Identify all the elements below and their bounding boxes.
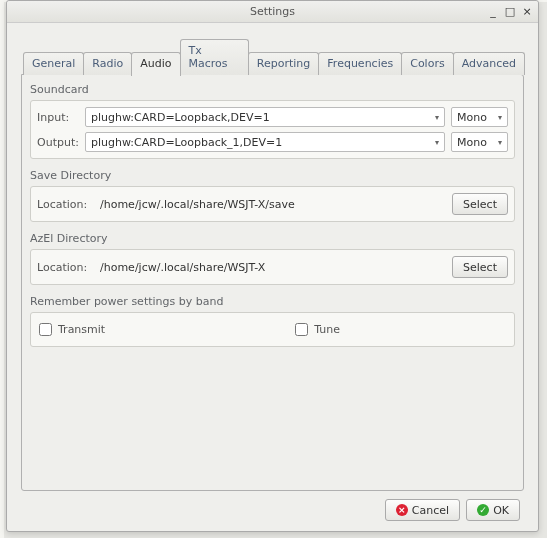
output-channels-value: Mono (457, 136, 487, 149)
soundcard-title: Soundcard (30, 81, 515, 100)
azel-location-label: Location: (37, 261, 89, 274)
audio-panel: Soundcard Input: plughw:CARD=Loopback,DE… (21, 74, 524, 491)
tune-checkbox[interactable] (295, 323, 308, 336)
output-channels-combo[interactable]: Mono ▾ (451, 132, 508, 152)
input-channels-combo[interactable]: Mono ▾ (451, 107, 508, 127)
tab-bar: General Radio Audio Tx Macros Reporting … (23, 37, 524, 75)
tab-frequencies[interactable]: Frequencies (318, 52, 402, 75)
tab-general[interactable]: General (23, 52, 84, 75)
azel-dir-title: AzEl Directory (30, 230, 515, 249)
tune-check[interactable]: Tune (295, 323, 340, 336)
ok-button[interactable]: ✓ OK (466, 499, 520, 521)
transmit-label: Transmit (58, 323, 105, 336)
transmit-checkbox[interactable] (39, 323, 52, 336)
output-device-combo[interactable]: plughw:CARD=Loopback_1,DEV=1 ▾ (85, 132, 445, 152)
tab-txmacros[interactable]: Tx Macros (180, 39, 249, 75)
output-label: Output: (37, 136, 79, 149)
tab-advanced[interactable]: Advanced (453, 52, 525, 75)
chevron-down-icon: ▾ (498, 138, 502, 147)
cancel-button[interactable]: × Cancel (385, 499, 460, 521)
chevron-down-icon: ▾ (435, 138, 439, 147)
power-title: Remember power settings by band (30, 293, 515, 312)
chevron-down-icon: ▾ (498, 113, 502, 122)
save-location-label: Location: (37, 198, 89, 211)
settings-dialog: Settings _ □ × General Radio Audio Tx Ma… (6, 0, 539, 532)
input-device-combo[interactable]: plughw:CARD=Loopback,DEV=1 ▾ (85, 107, 445, 127)
tab-radio[interactable]: Radio (83, 52, 132, 75)
maximize-button[interactable]: □ (503, 6, 517, 17)
tab-reporting[interactable]: Reporting (248, 52, 319, 75)
close-button[interactable]: × (520, 6, 534, 17)
save-dir-title: Save Directory (30, 167, 515, 186)
cancel-icon: × (396, 504, 408, 516)
titlebar: Settings _ □ × (7, 1, 538, 23)
input-label: Input: (37, 111, 79, 124)
window-title: Settings (250, 5, 295, 18)
input-device-value: plughw:CARD=Loopback,DEV=1 (91, 111, 270, 124)
minimize-button[interactable]: _ (486, 6, 500, 17)
tune-label: Tune (314, 323, 340, 336)
tab-colors[interactable]: Colors (401, 52, 453, 75)
save-location-value: /home/jcw/.local/share/WSJT-X/save (95, 194, 446, 214)
save-select-button[interactable]: Select (452, 193, 508, 215)
ok-icon: ✓ (477, 504, 489, 516)
transmit-check[interactable]: Transmit (39, 323, 105, 336)
input-channels-value: Mono (457, 111, 487, 124)
tab-audio[interactable]: Audio (131, 52, 180, 76)
azel-location-value: /home/jcw/.local/share/WSJT-X (95, 257, 446, 277)
azel-select-button[interactable]: Select (452, 256, 508, 278)
output-device-value: plughw:CARD=Loopback_1,DEV=1 (91, 136, 282, 149)
chevron-down-icon: ▾ (435, 113, 439, 122)
